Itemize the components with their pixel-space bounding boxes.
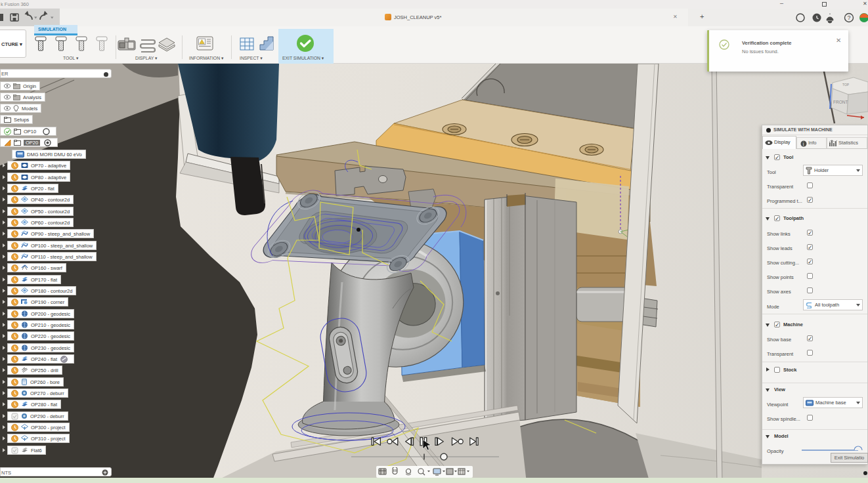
svg-text:FRONT: FRONT — [833, 100, 848, 104]
svg-text:i: i — [803, 141, 804, 147]
svg-text:?: ? — [848, 14, 851, 21]
svg-text:TOP: TOP — [842, 83, 850, 87]
